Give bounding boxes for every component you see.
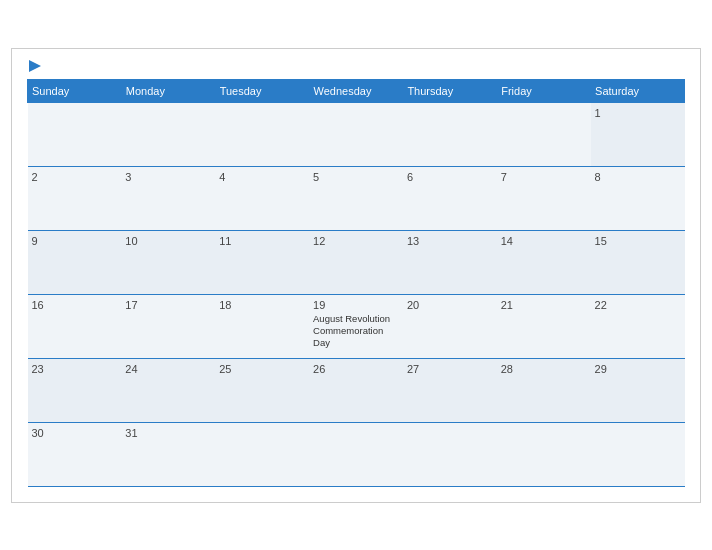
day-number: 6 — [407, 171, 493, 183]
calendar-week-row: 23242526272829 — [28, 358, 685, 422]
calendar-week-row: 2345678 — [28, 166, 685, 230]
calendar-container: SundayMondayTuesdayWednesdayThursdayFrid… — [11, 48, 701, 503]
calendar-day-cell — [403, 102, 497, 166]
calendar-day-cell: 10 — [121, 230, 215, 294]
day-number: 16 — [32, 299, 118, 311]
logo — [27, 59, 43, 73]
day-number: 2 — [32, 171, 118, 183]
calendar-day-cell: 18 — [215, 294, 309, 358]
calendar-day-cell: 4 — [215, 166, 309, 230]
day-number: 8 — [595, 171, 681, 183]
calendar-weekdays-header: SundayMondayTuesdayWednesdayThursdayFrid… — [28, 79, 685, 102]
day-number: 25 — [219, 363, 305, 375]
weekday-header-sunday: Sunday — [28, 79, 122, 102]
calendar-day-cell: 6 — [403, 166, 497, 230]
day-number: 9 — [32, 235, 118, 247]
calendar-day-cell: 5 — [309, 166, 403, 230]
day-number: 26 — [313, 363, 399, 375]
day-number: 27 — [407, 363, 493, 375]
calendar-day-cell: 16 — [28, 294, 122, 358]
calendar-day-cell: 12 — [309, 230, 403, 294]
day-number: 19 — [313, 299, 399, 311]
calendar-day-cell — [28, 102, 122, 166]
day-number: 31 — [125, 427, 211, 439]
calendar-day-cell: 2 — [28, 166, 122, 230]
calendar-day-cell — [497, 422, 591, 486]
day-number: 29 — [595, 363, 681, 375]
calendar-day-cell: 11 — [215, 230, 309, 294]
calendar-day-cell — [591, 422, 685, 486]
day-number: 18 — [219, 299, 305, 311]
logo-flag-icon — [27, 59, 43, 73]
calendar-week-row: 16171819August Revolution Commemoration … — [28, 294, 685, 358]
calendar-day-cell: 22 — [591, 294, 685, 358]
calendar-day-cell: 30 — [28, 422, 122, 486]
day-number: 7 — [501, 171, 587, 183]
calendar-day-cell: 28 — [497, 358, 591, 422]
calendar-day-cell — [497, 102, 591, 166]
calendar-day-cell: 13 — [403, 230, 497, 294]
day-number: 24 — [125, 363, 211, 375]
day-number: 11 — [219, 235, 305, 247]
day-number: 5 — [313, 171, 399, 183]
calendar-day-cell: 20 — [403, 294, 497, 358]
calendar-day-cell: 1 — [591, 102, 685, 166]
holiday-label: August Revolution Commemoration Day — [313, 313, 399, 350]
calendar-day-cell: 19August Revolution Commemoration Day — [309, 294, 403, 358]
calendar-day-cell: 21 — [497, 294, 591, 358]
calendar-day-cell — [403, 422, 497, 486]
day-number: 20 — [407, 299, 493, 311]
day-number: 10 — [125, 235, 211, 247]
day-number: 12 — [313, 235, 399, 247]
weekday-header-row: SundayMondayTuesdayWednesdayThursdayFrid… — [28, 79, 685, 102]
weekday-header-saturday: Saturday — [591, 79, 685, 102]
calendar-header — [27, 59, 685, 73]
day-number: 17 — [125, 299, 211, 311]
calendar-day-cell: 31 — [121, 422, 215, 486]
calendar-day-cell: 9 — [28, 230, 122, 294]
day-number: 15 — [595, 235, 681, 247]
day-number: 13 — [407, 235, 493, 247]
day-number: 22 — [595, 299, 681, 311]
calendar-day-cell — [215, 102, 309, 166]
day-number: 1 — [595, 107, 681, 119]
day-number: 30 — [32, 427, 118, 439]
calendar-body: 12345678910111213141516171819August Revo… — [28, 102, 685, 486]
calendar-week-row: 3031 — [28, 422, 685, 486]
calendar-day-cell: 23 — [28, 358, 122, 422]
svg-marker-0 — [29, 60, 41, 72]
calendar-day-cell — [121, 102, 215, 166]
calendar-week-row: 9101112131415 — [28, 230, 685, 294]
calendar-day-cell: 27 — [403, 358, 497, 422]
weekday-header-friday: Friday — [497, 79, 591, 102]
calendar-day-cell: 29 — [591, 358, 685, 422]
calendar-day-cell — [309, 422, 403, 486]
calendar-day-cell: 25 — [215, 358, 309, 422]
calendar-week-row: 1 — [28, 102, 685, 166]
day-number: 3 — [125, 171, 211, 183]
weekday-header-wednesday: Wednesday — [309, 79, 403, 102]
calendar-day-cell: 24 — [121, 358, 215, 422]
calendar-day-cell — [309, 102, 403, 166]
day-number: 4 — [219, 171, 305, 183]
weekday-header-thursday: Thursday — [403, 79, 497, 102]
weekday-header-monday: Monday — [121, 79, 215, 102]
calendar-day-cell: 14 — [497, 230, 591, 294]
calendar-day-cell: 17 — [121, 294, 215, 358]
day-number: 14 — [501, 235, 587, 247]
weekday-header-tuesday: Tuesday — [215, 79, 309, 102]
day-number: 28 — [501, 363, 587, 375]
calendar-table: SundayMondayTuesdayWednesdayThursdayFrid… — [27, 79, 685, 487]
day-number: 23 — [32, 363, 118, 375]
calendar-day-cell: 8 — [591, 166, 685, 230]
calendar-day-cell: 7 — [497, 166, 591, 230]
day-number: 21 — [501, 299, 587, 311]
calendar-day-cell: 15 — [591, 230, 685, 294]
calendar-day-cell: 3 — [121, 166, 215, 230]
calendar-day-cell — [215, 422, 309, 486]
calendar-day-cell: 26 — [309, 358, 403, 422]
